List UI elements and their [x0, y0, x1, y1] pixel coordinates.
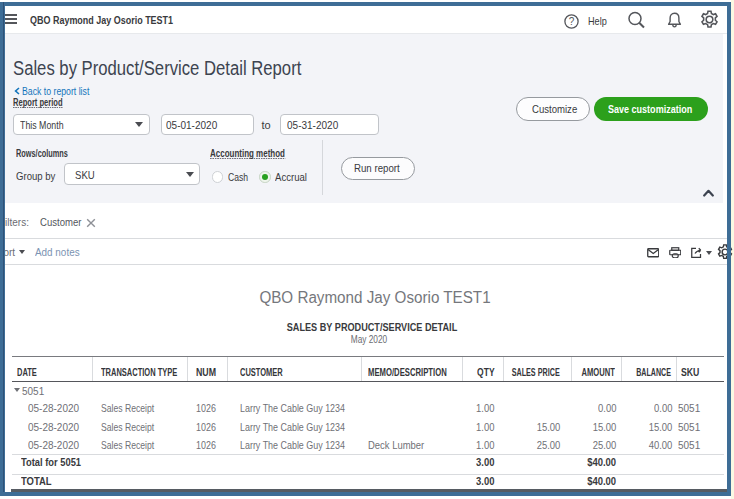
svg-text:?: ?	[568, 16, 574, 27]
